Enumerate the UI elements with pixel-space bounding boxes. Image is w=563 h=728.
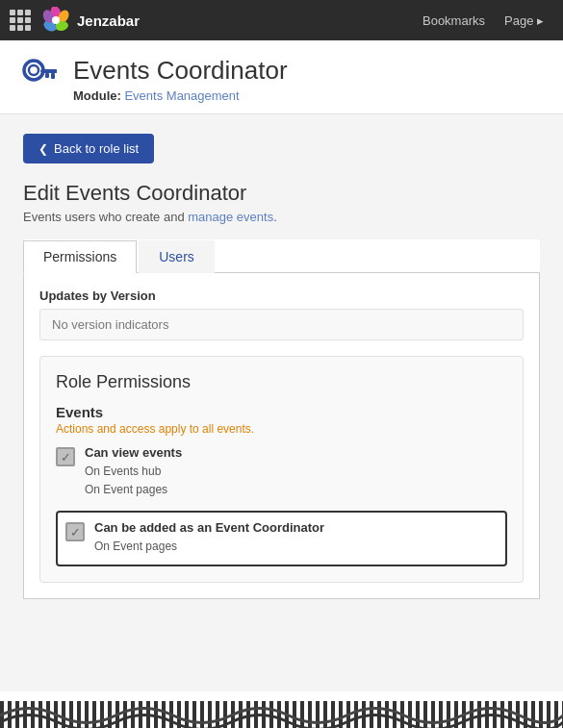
bookmarks-link[interactable]: Bookmarks <box>422 13 485 28</box>
edit-title: Edit Events Coordinator <box>23 181 540 206</box>
permission-sub-item: On Events hub <box>85 463 182 481</box>
page-title-block: Events Coordinator Module: Events Manage… <box>73 56 288 103</box>
grid-menu-icon[interactable] <box>10 10 31 31</box>
top-navigation: Jenzabar Bookmarks Page ▸ <box>0 0 563 40</box>
key-icon <box>22 59 57 101</box>
chevron-left-icon: ❮ <box>38 142 48 156</box>
logo-area: Jenzabar <box>40 7 140 34</box>
svg-point-6 <box>24 61 43 80</box>
jenzabar-logo-icon <box>40 7 71 34</box>
tab-permissions-label: Permissions <box>43 249 116 264</box>
permission-sub-item: On Event pages <box>85 481 182 499</box>
svg-rect-9 <box>51 73 55 79</box>
back-to-role-list-button[interactable]: ❮ Back to role list <box>23 134 154 163</box>
page-title: Events Coordinator <box>73 56 288 86</box>
nav-links: Bookmarks Page ▸ <box>422 13 544 28</box>
module-line: Module: Events Management <box>73 88 288 103</box>
role-permissions-title: Role Permissions <box>56 372 507 392</box>
checkbox-checked-icon-2[interactable]: ✓ <box>65 522 85 541</box>
svg-rect-10 <box>45 73 49 78</box>
back-button-label: Back to role list <box>54 141 139 156</box>
checkbox-checked-icon[interactable]: ✓ <box>56 447 75 466</box>
edit-subtitle: Events users who create and manage event… <box>23 210 540 224</box>
permission-info-event-coordinator: Can be added as an Event Coordinator On … <box>94 520 324 556</box>
permission-name-event-coordinator: Can be added as an Event Coordinator <box>94 520 324 535</box>
no-version-text: No version indicators <box>39 309 524 340</box>
permission-sub-item-2: On Event pages <box>94 538 324 556</box>
tabs-bar: Permissions Users <box>23 239 540 273</box>
key-icon-wrap <box>19 56 60 104</box>
manage-events-link[interactable]: manage events <box>188 210 273 224</box>
page-header: Events Coordinator Module: Events Manage… <box>0 40 563 114</box>
permission-sub-event-coordinator: On Event pages <box>94 538 324 556</box>
checkbox-view-events[interactable]: ✓ <box>56 447 75 466</box>
tab-users[interactable]: Users <box>139 240 215 273</box>
permission-item-event-coordinator: ✓ Can be added as an Event Coordinator O… <box>56 511 507 565</box>
permission-group-desc: Actions and access apply to all events. <box>56 422 507 436</box>
module-name: Events Management <box>124 88 239 103</box>
permission-info-view-events: Can view events On Events hub On Event p… <box>85 445 182 499</box>
tab-users-label: Users <box>159 249 194 264</box>
permission-group-label: Events <box>56 404 507 420</box>
checkbox-event-coordinator[interactable]: ✓ <box>65 522 85 541</box>
svg-point-5 <box>52 16 60 24</box>
module-label: Module: <box>73 88 121 103</box>
updates-title: Updates by Version <box>39 289 524 303</box>
permission-name-view-events: Can view events <box>85 445 182 460</box>
updates-section: Updates by Version No version indicators <box>39 289 524 340</box>
content-panel: Updates by Version No version indicators… <box>23 273 540 599</box>
logo-text: Jenzabar <box>77 13 140 29</box>
svg-point-7 <box>29 65 38 75</box>
permission-item-view-events: ✓ Can view events On Events hub On Event… <box>56 445 507 499</box>
tab-permissions[interactable]: Permissions <box>23 240 137 273</box>
page-link[interactable]: Page ▸ <box>504 13 544 28</box>
main-content: ❮ Back to role list Edit Events Coordina… <box>0 114 563 691</box>
role-permissions-card: Role Permissions Events Actions and acce… <box>39 356 524 583</box>
svg-rect-8 <box>40 69 57 73</box>
wave-decoration <box>0 701 563 728</box>
permission-sub-view-events: On Events hub On Event pages <box>85 463 182 499</box>
